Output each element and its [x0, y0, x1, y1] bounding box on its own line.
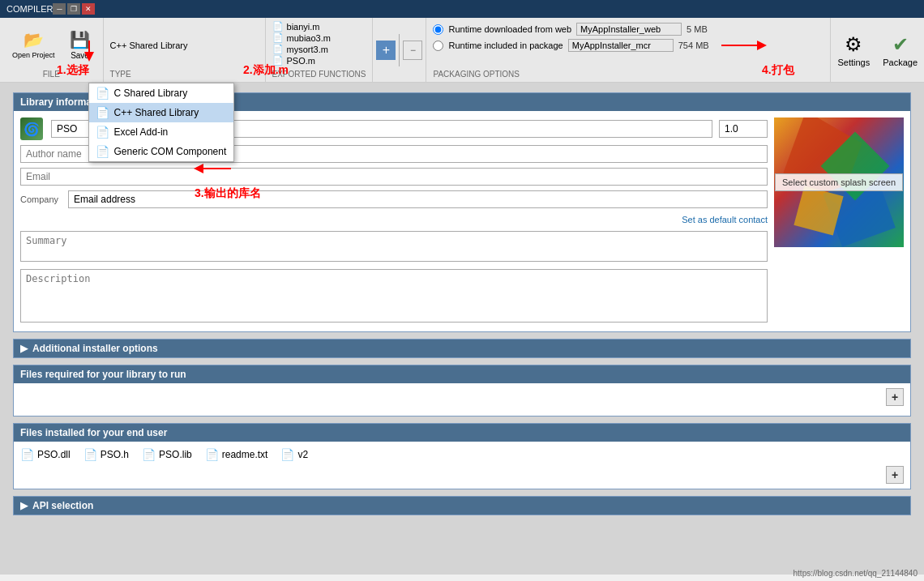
summary-textarea[interactable]: [20, 231, 768, 262]
files-required-add-button[interactable]: +: [886, 388, 904, 406]
additional-installer-title: Additional installer options: [32, 343, 158, 354]
select-splash-label: Select custom splash screen: [782, 177, 896, 187]
exported-section-label: EXPORTED FUNCTIONS: [272, 68, 366, 79]
file3-chip-icon: 📄: [142, 448, 156, 461]
footer-url: https://blog.csdn.net/qq_21144840: [794, 569, 918, 575]
file5-chip-icon: 📄: [280, 448, 294, 461]
add-function-button[interactable]: +: [376, 41, 396, 60]
type-section: C++ Shared Library TYPE: [104, 18, 266, 82]
summary-row: [20, 231, 768, 264]
dropdown-item-cpp-shared[interactable]: 📄 C++ Shared Library: [89, 103, 233, 122]
runtime-pkg-row: Runtime included in package MyAppInstall…: [433, 37, 823, 53]
files-installed-body: 📄 PSO.dll 📄 PSO.h 📄 PSO.lib 📄 readme.txt: [14, 442, 910, 489]
files-installed-header: Files installed for your end user: [14, 424, 910, 442]
dropdown-item-c-shared[interactable]: 📄 C Shared Library: [89, 83, 233, 103]
save-dropdown-container: 💾 Save 📄 C Shared Library 📄 C++ Shared L…: [64, 26, 96, 64]
description-textarea[interactable]: [20, 269, 768, 323]
file4-icon: 📄: [272, 55, 284, 66]
installer-web-name: MyAppInstaller_web: [576, 23, 682, 36]
additional-installer-header[interactable]: ▶ Additional installer options: [14, 340, 910, 357]
settings-gear-icon: ⚙: [845, 33, 862, 56]
runtime-web-label: Runtime downloaded from web: [448, 24, 571, 34]
minimize-button[interactable]: ─: [53, 3, 66, 15]
dropdown-item-excel-label: Excel Add-in: [114, 126, 169, 138]
title-bar: COMPILER ─ ❐ ✕: [0, 0, 924, 18]
email-input[interactable]: [20, 168, 768, 186]
exported-file-list: 📄 bianyi.m 📄 mubiao3.m 📄 mysort3.m 📄 PSO…: [272, 21, 366, 66]
settings-package-section: ⚙ Settings ✔ Package: [831, 18, 924, 82]
com-icon: 📄: [96, 145, 109, 158]
runtime-web-radio[interactable]: [433, 24, 443, 35]
runtime-pkg-radio[interactable]: [433, 41, 443, 51]
company-row: Company: [20, 190, 768, 208]
dropdown-item-com[interactable]: 📄 Generic COM Component: [89, 142, 233, 161]
exported-file-1: 📄 bianyi.m: [272, 21, 366, 32]
file-buttons: 📂 Open Project 💾 Save 📄 C Shared Library: [6, 21, 96, 68]
open-icon: 📂: [24, 30, 44, 49]
exported-file-4: 📄 PSO.m: [272, 55, 366, 66]
installed-file-1: 📄 PSO.dll: [20, 448, 71, 461]
packaging-section: Runtime downloaded from web MyAppInstall…: [426, 18, 831, 82]
files-required-title: Files required for your library to run: [20, 369, 186, 380]
type-dropdown-menu: 📄 C Shared Library 📄 C++ Shared Library …: [88, 83, 234, 162]
files-installed-add-button[interactable]: +: [886, 466, 904, 484]
api-selection-title: API selection: [32, 500, 93, 511]
save-icon: 💾: [70, 30, 90, 49]
save-label: Save: [71, 51, 89, 60]
api-selection-header[interactable]: ▶ API selection: [14, 497, 910, 515]
file3-icon: 📄: [272, 44, 284, 54]
file1-name: bianyi.m: [287, 22, 320, 32]
package-button[interactable]: ✔ Package: [883, 33, 918, 67]
installed-file-2: 📄 PSO.h: [83, 448, 129, 461]
additional-installer-panel: ▶ Additional installer options: [13, 339, 911, 358]
save-button[interactable]: 💾 Save: [64, 26, 96, 64]
title-bar-text: COMPILER: [6, 4, 53, 14]
remove-function-button[interactable]: −: [403, 41, 422, 60]
file2-chip-icon: 📄: [83, 448, 97, 461]
file2-chip-name: PSO.h: [101, 449, 129, 460]
exported-file-2: 📄 mubiao3.m: [272, 32, 366, 43]
default-contact-row: Set as default contact: [20, 213, 768, 226]
file1-chip-icon: 📄: [20, 448, 34, 461]
c-shared-icon: 📄: [96, 87, 109, 100]
close-button[interactable]: ✕: [82, 3, 95, 15]
file2-icon: 📄: [272, 32, 284, 43]
lib-icon: 🌀: [20, 117, 43, 140]
type-label: C++ Shared Library: [110, 41, 188, 50]
description-row: [20, 269, 768, 325]
runtime-web-row: Runtime downloaded from web MyAppInstall…: [433, 21, 823, 37]
installer-web-size: 5 MB: [687, 24, 708, 34]
files-required-body: +: [14, 383, 910, 416]
set-default-contact-link[interactable]: Set as default contact: [682, 215, 768, 224]
file5-chip-name: v2: [297, 449, 308, 460]
file-section-label: FILE: [43, 68, 60, 79]
open-label: Open Project: [12, 51, 55, 59]
package-check-icon: ✔: [892, 33, 909, 56]
toolbar: 📂 Open Project 💾 Save 📄 C Shared Library: [0, 18, 924, 83]
restore-button[interactable]: ❐: [67, 3, 80, 15]
installer-mcr-size: 754 MB: [678, 41, 709, 50]
dropdown-item-com-label: Generic COM Component: [114, 146, 227, 157]
files-required-panel: Files required for your library to run +: [13, 365, 911, 417]
email-row: [20, 168, 768, 186]
exported-file-3: 📄 mysort3.m: [272, 44, 366, 54]
files-required-add-container: +: [20, 387, 904, 408]
api-selection-panel: ▶ API selection: [13, 496, 911, 515]
packaging-section-label: PACKAGING OPTIONS: [433, 68, 823, 79]
file-section: 📂 Open Project 💾 Save 📄 C Shared Library: [0, 18, 104, 82]
dropdown-item-excel[interactable]: 📄 Excel Add-in: [89, 122, 233, 142]
file1-chip-name: PSO.dll: [37, 449, 71, 460]
file3-chip-name: PSO.lib: [159, 449, 192, 460]
excel-icon: 📄: [96, 126, 109, 139]
select-splash-button[interactable]: Select custom splash screen: [775, 173, 903, 191]
settings-button[interactable]: ⚙ Settings: [837, 33, 870, 67]
files-installed-add-container: +: [20, 464, 904, 485]
file1-icon: 📄: [272, 21, 284, 32]
company-input[interactable]: [68, 190, 768, 208]
installed-file-3: 📄 PSO.lib: [142, 448, 192, 461]
open-project-button[interactable]: 📂 Open Project: [6, 26, 61, 63]
installed-file-5: 📄 v2: [280, 448, 308, 461]
runtime-pkg-label: Runtime included in package: [448, 41, 563, 50]
file4-chip-icon: 📄: [205, 448, 219, 461]
library-version-input[interactable]: [719, 120, 768, 138]
